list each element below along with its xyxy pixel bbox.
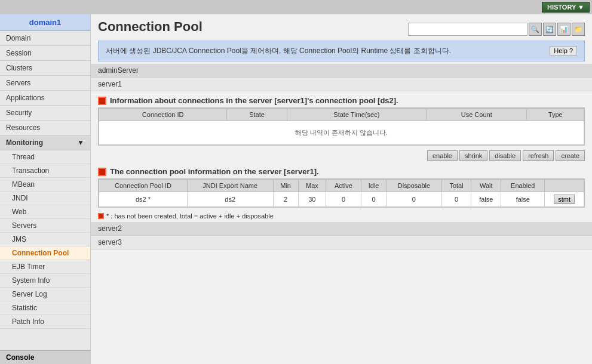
cell-max: 30	[298, 192, 326, 207]
cell-disposable: 0	[387, 192, 442, 207]
section2-table-container: Connection Pool ID JNDI Export Name Min …	[98, 178, 585, 208]
info-banner-text: 서버에 생성된 JDBC/JCA Connection Pool을 제어하며, …	[106, 46, 545, 56]
col-min: Min	[273, 180, 298, 192]
sidebar: domain1 Domain Session Clusters Servers …	[0, 14, 91, 364]
col-enabled: Enabled	[501, 180, 545, 192]
chevron-down-icon: ▼	[77, 138, 84, 147]
section2-table: Connection Pool ID JNDI Export Name Min …	[99, 179, 584, 207]
section1-title-text: Information about connections in the ser…	[110, 96, 398, 105]
refresh-button[interactable]: refresh	[523, 150, 554, 161]
server1-row: server1	[91, 78, 592, 91]
sidebar-item-servers[interactable]: Servers	[0, 76, 90, 91]
col-wait: Wait	[471, 180, 501, 192]
info-banner: 서버에 생성된 JDBC/JCA Connection Pool을 제어하며, …	[98, 41, 585, 61]
section1-table: Connection ID State State Time(sec) Use …	[99, 108, 584, 145]
page-title: Connection Pool	[98, 19, 203, 35]
sidebar-item-security[interactable]: Security	[0, 106, 90, 121]
search-icon-btn[interactable]: 🔍	[529, 23, 542, 36]
section2-icon	[98, 168, 106, 176]
sidebar-sub-web[interactable]: Web	[0, 205, 90, 219]
col-jndi: JNDI Export Name	[187, 180, 273, 192]
note: * : has not been created, total = active…	[98, 212, 585, 220]
cell-jndi: ds2	[187, 192, 273, 207]
sidebar-item-session[interactable]: Session	[0, 46, 90, 61]
server3-row: server3	[91, 236, 592, 249]
empty-message: 해당 내역이 존재하지 않습니다.	[99, 121, 584, 145]
disable-button[interactable]: disable	[489, 150, 521, 161]
cell-idle: 0	[361, 192, 386, 207]
cell-enabled: false	[501, 192, 545, 207]
cell-pool-id: ds2 *	[99, 192, 188, 207]
col-type: Type	[527, 109, 584, 121]
section1-table-container: Connection ID State State Time(sec) Use …	[98, 107, 585, 146]
admin-server-row: adminServer	[91, 64, 592, 78]
note-text: * : has not been created, total = active…	[106, 212, 274, 220]
sidebar-sub-system-info[interactable]: System Info	[0, 274, 90, 288]
content-area: Connection Pool 🔍 🔄 📊 📁 서버에 생성된 JDBC/JCA…	[91, 14, 592, 364]
sidebar-item-domain[interactable]: Domain	[0, 31, 90, 46]
enable-button[interactable]: enable	[427, 150, 458, 161]
table-row: ds2 * ds2 2 30 0 0 0 0 false false stmt	[99, 192, 584, 207]
search-input[interactable]	[408, 23, 527, 36]
col-state-time: State Time(sec)	[287, 109, 426, 121]
export-icon-btn[interactable]: 📊	[557, 23, 570, 36]
stmt-button[interactable]: stmt	[554, 195, 575, 204]
section2-title-text: The connection pool information on the s…	[110, 167, 319, 176]
sidebar-sub-patch-info[interactable]: Patch Info	[0, 315, 90, 329]
col-action	[545, 180, 584, 192]
col-pool-id: Connection Pool ID	[99, 180, 188, 192]
col-active: Active	[326, 180, 361, 192]
cell-total: 0	[441, 192, 471, 207]
col-use-count: Use Count	[427, 109, 527, 121]
empty-row: 해당 내역이 존재하지 않습니다.	[99, 121, 584, 145]
col-connection-id: Connection ID	[99, 109, 227, 121]
create-button[interactable]: create	[556, 150, 585, 161]
section2: The connection pool information on the s…	[98, 167, 585, 208]
section1: Information about connections in the ser…	[98, 96, 585, 146]
cell-min: 2	[273, 192, 298, 207]
section1-icon	[98, 97, 106, 105]
sidebar-sub-jndi[interactable]: JNDI	[0, 192, 90, 205]
col-state: State	[227, 109, 287, 121]
action-bar: enable shrink disable refresh create	[98, 150, 585, 161]
sidebar-item-monitoring[interactable]: Monitoring ▼	[0, 135, 90, 150]
note-icon	[98, 213, 104, 219]
refresh-icon-btn[interactable]: 🔄	[543, 23, 556, 36]
cell-stmt: stmt	[545, 192, 584, 207]
page-header: Connection Pool 🔍 🔄 📊 📁	[91, 14, 592, 38]
sidebar-sub-server-log[interactable]: Server Log	[0, 288, 90, 301]
sidebar-sub-thread[interactable]: Thread	[0, 150, 90, 164]
history-button[interactable]: HISTORY ▼	[542, 2, 590, 13]
section2-title: The connection pool information on the s…	[98, 167, 585, 176]
cell-active: 0	[326, 192, 361, 207]
col-disposable: Disposable	[387, 180, 442, 192]
server2-row: server2	[91, 222, 592, 236]
sidebar-sub-servers[interactable]: Servers	[0, 219, 90, 233]
sidebar-sub-transaction[interactable]: Transaction	[0, 164, 90, 178]
section1-title: Information about connections in the ser…	[98, 96, 585, 105]
shrink-button[interactable]: shrink	[459, 150, 487, 161]
sidebar-domain[interactable]: domain1	[0, 14, 90, 31]
sidebar-monitoring-label: Monitoring	[6, 138, 43, 147]
col-total: Total	[441, 180, 471, 192]
sidebar-item-applications[interactable]: Applications	[0, 91, 90, 106]
sidebar-item-clusters[interactable]: Clusters	[0, 61, 90, 76]
cell-wait: false	[471, 192, 501, 207]
sidebar-item-resources[interactable]: Resources	[0, 121, 90, 135]
sidebar-sub-mbean[interactable]: MBean	[0, 178, 90, 192]
col-idle: Idle	[361, 180, 386, 192]
col-max: Max	[298, 180, 326, 192]
folder-icon-btn[interactable]: 📁	[572, 23, 585, 36]
sidebar-sub-connection-pool[interactable]: Connection Pool	[0, 246, 90, 260]
sidebar-sub-statistic[interactable]: Statistic	[0, 301, 90, 315]
console-bar[interactable]: Console	[0, 350, 90, 364]
help-button[interactable]: Help ?	[550, 46, 577, 55]
sidebar-sub-jms[interactable]: JMS	[0, 233, 90, 246]
sidebar-sub-ejb-timer[interactable]: EJB Timer	[0, 260, 90, 274]
